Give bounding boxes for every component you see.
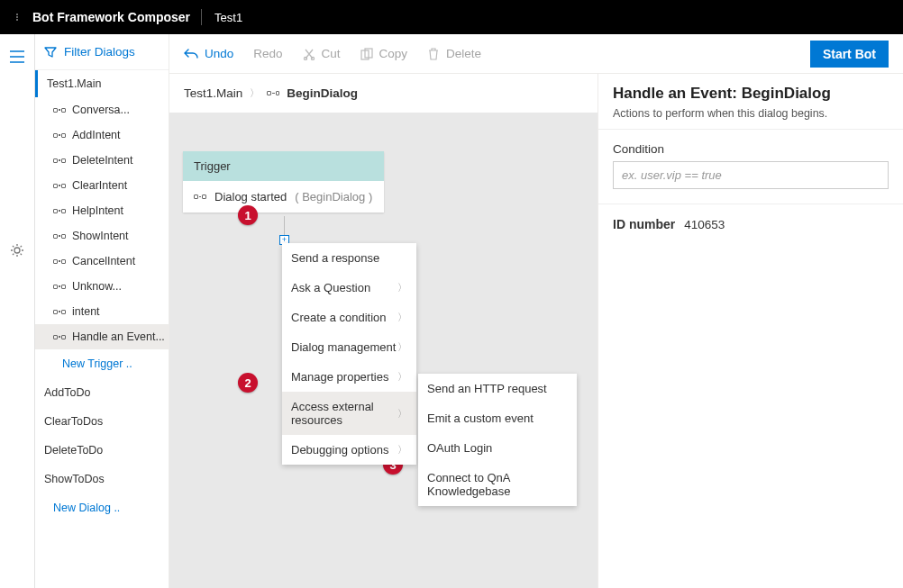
tree-label: DeleteIntent	[72, 154, 132, 167]
chevron-right-icon: 〉	[397, 407, 407, 421]
menu-label: OAuth Login	[427, 441, 492, 455]
id-label: ID number	[613, 217, 675, 231]
menu-item-send-response[interactable]: Send a response	[282, 243, 416, 273]
menu-item-ask-question[interactable]: Ask a Question 〉	[282, 273, 416, 303]
trigger-paren: ( BeginDialog )	[295, 190, 372, 204]
menu-item-dialog-management[interactable]: Dialog management 〉	[282, 332, 416, 362]
chevron-right-icon: 〉	[250, 86, 260, 100]
menu-label: Manage properties	[291, 370, 388, 384]
tree-root[interactable]: Test1.Main	[35, 70, 169, 97]
sidebar: Filter Dialogs Test1.Main Conversa... Ad…	[34, 34, 169, 588]
dialog-icon	[267, 88, 279, 99]
action-submenu: Send an HTTP request Emit a custom event…	[418, 374, 577, 506]
copy-button[interactable]: Copy	[360, 47, 408, 60]
tree-dialog-item[interactable]: ClearToDos	[35, 407, 169, 436]
delete-button[interactable]: Delete	[427, 47, 481, 60]
undo-icon	[184, 48, 198, 60]
menu-label: Emit a custom event	[427, 412, 534, 425]
tree-label: CancelIntent	[72, 255, 135, 267]
app-name: Bot Framework Composer	[22, 10, 201, 24]
inspector-header: Handle an Event: BeginDialog Actions to …	[598, 74, 903, 129]
submenu-oauth-login[interactable]: OAuth Login	[418, 433, 577, 463]
dialog-icon	[53, 231, 66, 241]
menu-label: Send an HTTP request	[427, 382, 547, 395]
menu-label: Create a condition	[291, 311, 387, 324]
menu-item-debugging[interactable]: Debugging options 〉	[282, 435, 416, 465]
filter-label: Filter Dialogs	[64, 45, 135, 59]
tree-label: Conversa...	[72, 104, 130, 116]
tree-trigger-item[interactable]: intent	[35, 299, 169, 324]
gear-icon[interactable]	[10, 243, 24, 258]
menu-label: Debugging options	[291, 443, 388, 457]
redo-button[interactable]: Redo	[253, 47, 282, 60]
button-label: Redo	[253, 47, 282, 60]
trash-icon	[427, 48, 440, 60]
inspector-panel: Handle an Event: BeginDialog Actions to …	[597, 74, 903, 588]
button-label: Undo	[205, 47, 233, 60]
tree-dialog-item[interactable]: DeleteToDo	[35, 436, 169, 465]
id-value: 410653	[684, 218, 725, 231]
cut-button[interactable]: Cut	[303, 47, 341, 60]
trigger-head: Trigger	[183, 151, 384, 181]
main-area: Undo Redo Cut Copy Delete	[169, 34, 903, 588]
trigger-node[interactable]: Trigger Dialog started ( BeginDialog )	[183, 151, 384, 213]
tree-trigger-item[interactable]: AddIntent	[35, 122, 169, 148]
canvas-column: Test1.Main 〉 BeginDialog Trigger Dialog …	[169, 74, 597, 588]
condition-input[interactable]	[613, 161, 889, 189]
start-bot-button[interactable]: Start Bot	[810, 41, 889, 68]
chevron-right-icon: 〉	[397, 311, 407, 324]
menu-item-access-external[interactable]: Access external resources 〉	[282, 392, 416, 435]
flow-canvas[interactable]: Trigger Dialog started ( BeginDialog ) +…	[169, 113, 597, 588]
button-label: Cut	[322, 47, 341, 60]
cut-icon	[303, 48, 315, 60]
menu-item-manage-properties[interactable]: Manage properties 〉	[282, 362, 416, 392]
trigger-body: Dialog started ( BeginDialog )	[183, 181, 384, 213]
menu-item-create-condition[interactable]: Create a condition 〉	[282, 303, 416, 332]
filter-dialogs[interactable]: Filter Dialogs	[35, 34, 169, 70]
tree-trigger-item[interactable]: CancelIntent	[35, 249, 169, 274]
breadcrumb: Test1.Main 〉 BeginDialog	[169, 74, 597, 113]
menu-label: Ask a Question	[291, 281, 370, 294]
menu-label: Connect to QnA Knowledgebase	[427, 471, 568, 498]
submenu-qna[interactable]: Connect to QnA Knowledgebase	[418, 463, 577, 506]
dialog-icon	[194, 192, 206, 203]
tree-label: intent	[72, 305, 100, 318]
condition-label: Condition	[613, 142, 889, 156]
left-rail	[0, 34, 34, 588]
dialog-icon	[53, 155, 66, 166]
dialog-icon	[53, 180, 66, 191]
breadcrumb-root[interactable]: Test1.Main	[184, 86, 242, 100]
undo-button[interactable]: Undo	[184, 47, 233, 60]
toolbar: Undo Redo Cut Copy Delete	[169, 34, 903, 74]
inspector-subtitle: Actions to perform when this dialog begi…	[613, 107, 889, 120]
filter-icon	[44, 46, 57, 59]
svg-point-0	[14, 248, 20, 253]
tree-dialog-item[interactable]: ShowToDos	[35, 465, 169, 493]
submenu-custom-event[interactable]: Emit a custom event	[418, 403, 577, 433]
tree-label: ShowIntent	[72, 230, 129, 242]
chevron-right-icon: 〉	[397, 370, 407, 384]
tree-trigger-item[interactable]: Conversa...	[35, 97, 169, 122]
new-dialog-link[interactable]: New Dialog ..	[35, 493, 169, 522]
tree-trigger-item-selected[interactable]: Handle an Event...	[35, 324, 169, 349]
tree-trigger-item[interactable]: ShowIntent	[35, 223, 169, 249]
inspector-title: Handle an Event: BeginDialog	[613, 85, 889, 103]
tree-trigger-item[interactable]: ClearIntent	[35, 173, 169, 198]
dialog-icon	[53, 306, 66, 317]
chevron-right-icon: 〉	[397, 340, 407, 354]
chevron-right-icon: 〉	[397, 443, 407, 457]
copy-icon	[360, 48, 373, 60]
dialog-icon	[53, 104, 66, 115]
id-row: ID number 410653	[598, 204, 903, 244]
dialog-icon	[53, 256, 66, 267]
tree-dialog-item[interactable]: AddToDo	[35, 378, 169, 407]
new-trigger-link[interactable]: New Trigger ..	[35, 349, 169, 378]
hamburger-icon[interactable]	[10, 50, 24, 63]
tree-trigger-item[interactable]: DeleteIntent	[35, 148, 169, 173]
tree-trigger-item[interactable]: Unknow...	[35, 274, 169, 299]
menu-label: Dialog management	[291, 340, 396, 354]
dialog-icon	[53, 205, 66, 216]
submenu-http-request[interactable]: Send an HTTP request	[418, 374, 577, 403]
tree-trigger-item[interactable]: HelpIntent	[35, 198, 169, 223]
dialog-icon	[53, 281, 66, 292]
